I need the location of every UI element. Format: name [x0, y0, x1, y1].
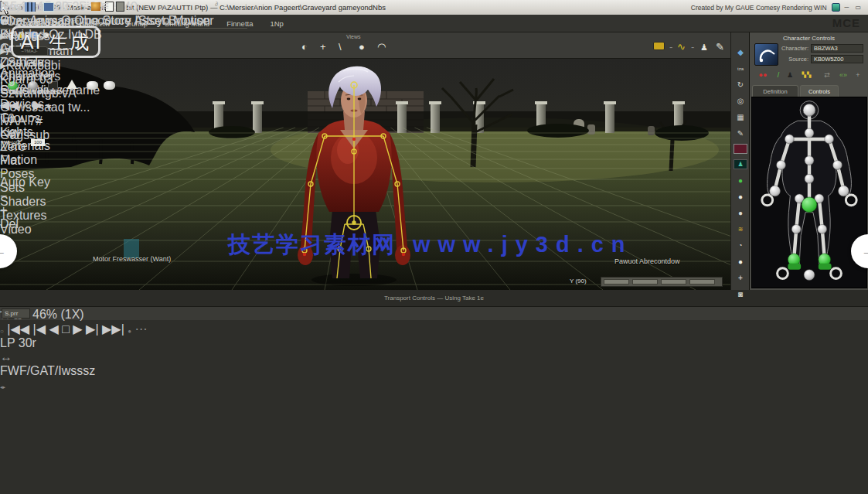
asset-label-selected[interactable]: Szwanrtgb.vA	[0, 87, 209, 101]
rotate-icon[interactable]: ↻	[734, 79, 747, 91]
site-watermark-url: www.jy3d.cn	[413, 232, 633, 257]
auto-key-button[interactable]: Auto Key	[0, 175, 66, 189]
teal-character-icon[interactable]: ♟	[734, 159, 747, 169]
character-value-dropdown[interactable]: BBZWA3	[811, 44, 863, 53]
character-representation[interactable]	[751, 97, 867, 288]
play-button[interactable]: ▶	[73, 322, 82, 336]
keyboard-shortcut-overlay: J	[0, 0, 6, 14]
take-path-field[interactable]: FWF/GAT/Iwsssz	[0, 364, 868, 378]
viewport-camera-label: Pawuot Abrecontdow	[614, 257, 680, 265]
curves-icon[interactable]: ≋	[734, 223, 747, 236]
figure-icon[interactable]: ♟	[785, 70, 795, 80]
line-tool-icon[interactable]: \	[339, 40, 342, 54]
detail-view-icon[interactable]: ⠿	[83, 1, 90, 11]
roll-segment	[689, 279, 715, 284]
sphere-icon[interactable]: ●	[734, 207, 747, 220]
pointer-sphere-icon[interactable]: ◔	[734, 240, 747, 252]
fcurve-icon[interactable]: ∿	[677, 40, 686, 54]
record-dot-icon[interactable]: ○	[0, 328, 4, 335]
ghost-arrows-icon[interactable]: ⇄	[819, 70, 835, 80]
keying-mode-icon[interactable]: ●●	[754, 70, 772, 80]
del-button[interactable]: Del	[0, 217, 14, 231]
timeline-layer-dropdown[interactable]: S.prr	[2, 308, 30, 319]
pepper-icon[interactable]: /	[774, 70, 783, 80]
frame-rate-field[interactable]: LP 30r	[0, 336, 868, 350]
pen-icon[interactable]: ✎	[716, 40, 724, 54]
prev-frame-button[interactable]: ◀	[49, 322, 58, 336]
yellow-keys-icon[interactable]: ▚▚	[798, 70, 816, 80]
tree-toggle-icon[interactable]: ⌐	[6, 2, 11, 11]
prev-key-button[interactable]: |◀	[33, 322, 46, 336]
camera-icon[interactable]: ◙	[734, 288, 747, 301]
timeline-controls: S.prr 46% (1X) 古 ▯▯ ○ |◀◀ |◀ ◀ □ ▶ ▶| ▶▶…	[0, 307, 868, 320]
green-arrows-icon[interactable]: «»	[836, 70, 850, 80]
window-controls[interactable]: ─ ▭	[845, 4, 863, 11]
titlebar-credit-text: Created by My GAUE Comesy Rendering WIN	[691, 4, 827, 12]
next-key-button[interactable]: ▶|	[86, 322, 98, 336]
tab-controls[interactable]: Controls	[800, 85, 839, 97]
mask-tool-icon[interactable]: ◐	[301, 40, 308, 54]
asset-label[interactable]: Kgarril 03	[0, 73, 209, 87]
character-controls-panel: Character Controls Character: BBZWA3 Sou…	[749, 32, 868, 290]
site-watermark-name: 技艺学习素材网	[228, 232, 396, 257]
roll-segment	[661, 279, 686, 284]
flat-button[interactable]: Flat	[0, 154, 20, 168]
viewport-take-label: Motor Freswasser (Want)	[93, 255, 171, 263]
ai-generated-badge: AI 生成	[11, 26, 100, 58]
sync-icon[interactable]: ↔	[0, 350, 12, 363]
red-frame-icon[interactable]	[734, 144, 747, 154]
tza-label-icon[interactable]: tza	[734, 63, 747, 75]
minus-button[interactable]: −	[0, 189, 10, 203]
ring-icon[interactable]: ◎	[734, 95, 747, 107]
keyframe-box-icon[interactable]	[653, 42, 665, 50]
hand-tool-icon[interactable]: ✎	[734, 128, 747, 140]
tab-istoyo[interactable]: IStoyo	[134, 14, 169, 27]
white-sphere-icon[interactable]: ●	[734, 256, 747, 268]
gray-dot-icon[interactable]: ●	[128, 328, 131, 335]
character-controls-title: Character Controls	[750, 35, 868, 42]
app-icon	[832, 3, 840, 12]
character-controls-logo	[754, 43, 778, 66]
water-drop-icon[interactable]: ◆	[734, 46, 747, 59]
roll-segment	[604, 279, 629, 284]
columns-view-icon[interactable]	[25, 2, 36, 12]
list-view-icon[interactable]: ☰	[65, 1, 73, 11]
more-options-icon[interactable]: ⋯	[135, 322, 148, 336]
green-blob-icon[interactable]: ●	[734, 175, 747, 187]
asset-grid[interactable]: Kgarril 03 Szwanrtgb.vA Gowsssaaq tw... …	[0, 73, 209, 142]
lasso-icon-button[interactable]: ⊸	[0, 168, 25, 175]
plus-button[interactable]: +	[0, 203, 10, 217]
stop-button[interactable]: □	[62, 322, 70, 336]
camera-roll-bar[interactable]	[601, 277, 723, 287]
keycap-letter: J	[0, 0, 6, 13]
track-glyph: ∂	[215, 1, 218, 8]
white-blob-icon[interactable]: ●	[734, 191, 747, 203]
roll-segment	[632, 279, 658, 284]
scrollbar-thumb[interactable]	[0, 266, 214, 284]
site-watermark: 技艺学习素材网www.jy3d.cn	[228, 230, 734, 261]
views-label: Views	[346, 34, 361, 39]
go-to-end-button[interactable]: ▶▶|	[102, 322, 124, 336]
asset-label[interactable]: Gowsssaaq tw...	[0, 101, 209, 114]
lines-view-icon[interactable]: ≣	[102, 1, 109, 11]
plus-icon[interactable]: +	[852, 70, 864, 80]
arc-tool-icon[interactable]: ◠	[377, 40, 386, 54]
move-tool-icon[interactable]: +	[320, 40, 326, 54]
timeline-zoom-field[interactable]: 46% (1X)	[32, 308, 417, 319]
character-icon[interactable]: ♟	[700, 40, 708, 54]
menu-item-5[interactable]: 1Np	[270, 19, 283, 28]
camera-roll-label: Y (90)	[570, 278, 587, 284]
resources-panel: Resources Char Animas Obooouce IStoyo Mo…	[0, 0, 209, 142]
dot-tool-icon[interactable]: ●	[359, 40, 365, 54]
source-value-dropdown[interactable]: KB0W5Z00	[811, 55, 863, 63]
asset-label[interactable]: IvAA 7#	[0, 114, 209, 128]
corner-watermark: MCE	[832, 16, 860, 29]
blue-block-icon[interactable]	[43, 2, 54, 12]
image-icon[interactable]: ▦	[734, 111, 747, 124]
asset-label[interactable]: Gagssub	[0, 128, 209, 142]
tab-definition[interactable]: Definition	[752, 85, 798, 97]
go-to-start-button[interactable]: |◀◀	[7, 322, 29, 336]
tree-item[interactable]: ▸Kawabdbi	[0, 58, 209, 73]
spinner-icons[interactable]: ◂▸	[0, 384, 5, 390]
move-cross-icon[interactable]: +	[734, 272, 747, 284]
